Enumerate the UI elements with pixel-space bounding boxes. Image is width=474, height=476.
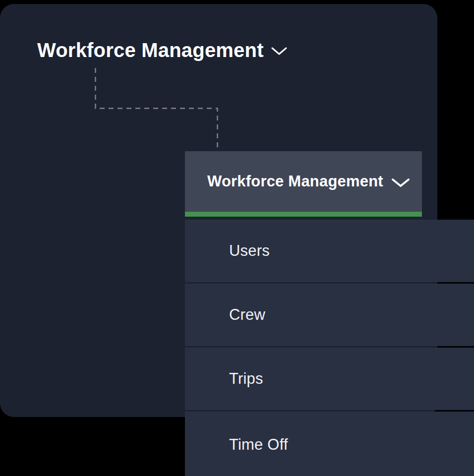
menu-item-users[interactable]: Users bbox=[185, 220, 474, 282]
menu-item-label: Users bbox=[229, 242, 270, 260]
menu-item-time-off[interactable]: Time Off bbox=[185, 412, 474, 476]
menu-item-label: Time Off bbox=[229, 436, 288, 454]
menu-item-crew[interactable]: Crew bbox=[185, 284, 474, 346]
dropdown-accent-bar bbox=[185, 212, 422, 217]
workforce-management-trigger[interactable]: Workforce Management bbox=[37, 40, 288, 60]
menu-item-label: Crew bbox=[229, 306, 265, 324]
dropdown-menu: Users Crew Trips Time Off bbox=[185, 220, 474, 476]
page: Workforce Management Workforce Managemen… bbox=[0, 0, 474, 476]
chevron-down-icon bbox=[271, 47, 288, 56]
menu-item-label: Trips bbox=[229, 370, 263, 388]
chevron-down-icon bbox=[391, 178, 410, 188]
dropdown-header-label: Workforce Management bbox=[207, 173, 383, 190]
menu-item-trips[interactable]: Trips bbox=[185, 348, 474, 410]
page-title: Workforce Management bbox=[37, 39, 264, 61]
dropdown-header[interactable]: Workforce Management bbox=[185, 151, 422, 212]
